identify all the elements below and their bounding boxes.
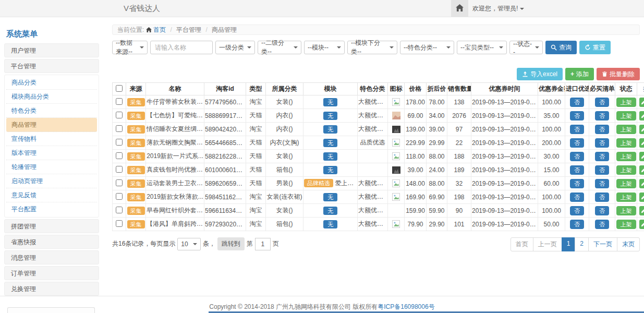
- status-toggle[interactable]: 上架: [616, 165, 636, 175]
- import-select-toggle[interactable]: 否: [570, 179, 584, 188]
- must-buy-toggle[interactable]: 否: [595, 111, 609, 121]
- module-select[interactable]: --模块--: [304, 41, 345, 54]
- row-checkbox[interactable]: [116, 207, 123, 213]
- page-button-下一页[interactable]: 下一页: [588, 237, 617, 251]
- table-row: 采集2019新款女秋薄款...598451162391淘宝女装(连衣裙)无大额优…: [113, 190, 644, 204]
- import-select-toggle[interactable]: 否: [570, 98, 584, 107]
- sidebar-item-模块商品分类[interactable]: 模块商品分类: [6, 90, 97, 104]
- sidebar-item-省惠快报[interactable]: 省惠快报: [4, 235, 99, 249]
- sidebar-item-拼团管理[interactable]: 拼团管理: [4, 219, 99, 233]
- must-buy-toggle[interactable]: 否: [595, 220, 609, 229]
- status-select[interactable]: --状态--: [509, 41, 543, 54]
- select-all-checkbox[interactable]: [116, 85, 123, 92]
- sidebar-item-宣传物料[interactable]: 宣传物料: [6, 132, 97, 146]
- import-excel-button[interactable]: 导入excel: [517, 68, 563, 80]
- product-type: 天猫: [246, 109, 266, 123]
- row-checkbox[interactable]: [116, 152, 123, 159]
- must-buy-toggle[interactable]: 否: [595, 152, 609, 161]
- edit-button[interactable]: [639, 111, 644, 121]
- sidebar-item-商品分类[interactable]: 商品分类: [6, 76, 97, 90]
- edit-button[interactable]: [639, 125, 644, 134]
- product-category: 女装(): [266, 95, 303, 109]
- status-toggle[interactable]: 上架: [616, 152, 636, 161]
- must-buy-toggle[interactable]: 否: [595, 98, 609, 107]
- import-select-toggle[interactable]: 否: [570, 192, 584, 202]
- data-source-select[interactable]: --数据来源--: [112, 41, 148, 54]
- module-subcategory-select[interactable]: --模块下分类--: [347, 41, 397, 54]
- status-toggle[interactable]: 上架: [616, 192, 636, 202]
- edit-button[interactable]: [639, 98, 644, 107]
- level1-category-select[interactable]: 一级分类: [215, 41, 255, 54]
- must-buy-toggle[interactable]: 否: [595, 179, 609, 188]
- status-toggle[interactable]: 上架: [616, 179, 636, 188]
- must-buy-toggle[interactable]: 否: [595, 125, 609, 134]
- sidebar-item-订单管理[interactable]: 订单管理: [4, 266, 99, 280]
- row-checkbox[interactable]: [116, 166, 123, 173]
- page-button-末页[interactable]: 末页: [617, 237, 640, 251]
- row-checkbox[interactable]: [116, 112, 123, 118]
- sidebar-item-商品管理[interactable]: 商品管理: [6, 118, 97, 132]
- edit-button[interactable]: [639, 179, 644, 188]
- must-buy-toggle[interactable]: 否: [595, 192, 609, 202]
- status-toggle[interactable]: 上架: [616, 220, 636, 229]
- status-toggle[interactable]: 上架: [616, 206, 636, 215]
- column-header-来源: 来源: [126, 83, 146, 95]
- icp-link[interactable]: 粤ICP备16098006号: [378, 303, 434, 310]
- per-page-select[interactable]: 10: [177, 238, 200, 250]
- sidebar-item-平台配置[interactable]: 平台配置: [6, 202, 97, 216]
- sidebar-item-意见反馈[interactable]: 意见反馈: [6, 188, 97, 202]
- status-toggle[interactable]: 上架: [616, 111, 636, 121]
- row-checkbox[interactable]: [116, 179, 123, 186]
- row-checkbox[interactable]: [116, 139, 123, 146]
- edit-button[interactable]: [639, 138, 644, 148]
- sidebar-item-启动页管理[interactable]: 启动页管理: [6, 174, 97, 188]
- add-button[interactable]: + 添加: [565, 68, 594, 80]
- breadcrumb-home-link[interactable]: 首页: [146, 26, 168, 33]
- level2-category-select[interactable]: --二级分类--: [258, 41, 301, 54]
- sidebar-item-平台管理[interactable]: 平台管理: [4, 59, 99, 73]
- row-checkbox[interactable]: [116, 125, 123, 132]
- reset-button[interactable]: 重置: [579, 41, 611, 54]
- must-buy-toggle[interactable]: 否: [595, 165, 609, 175]
- page-button-1[interactable]: 1: [562, 237, 576, 251]
- import-select-toggle[interactable]: 否: [570, 111, 584, 121]
- edit-button[interactable]: [639, 165, 644, 175]
- row-checkbox[interactable]: [116, 98, 123, 105]
- sidebar-item-特色分类[interactable]: 特色分类: [6, 104, 97, 118]
- taoke-id: 589042420344: [204, 123, 246, 136]
- import-select-toggle[interactable]: 否: [570, 125, 584, 134]
- import-select-toggle[interactable]: 否: [570, 206, 584, 215]
- name-search-input[interactable]: [150, 41, 213, 54]
- status-toggle[interactable]: 上架: [616, 138, 636, 148]
- edit-button[interactable]: [639, 206, 644, 215]
- import-select-toggle[interactable]: 否: [570, 138, 584, 148]
- import-select-toggle[interactable]: 否: [570, 152, 584, 161]
- sidebar-item-版本管理[interactable]: 版本管理: [6, 146, 97, 160]
- sidebar-item-轮播管理[interactable]: 轮播管理: [6, 160, 97, 174]
- edit-button[interactable]: [639, 192, 644, 202]
- page-button-首页[interactable]: 首页: [511, 237, 533, 251]
- must-buy-toggle[interactable]: 否: [595, 206, 609, 215]
- status-toggle[interactable]: 上架: [616, 98, 636, 107]
- sidebar-item-兑换管理[interactable]: 兑换管理: [4, 282, 99, 296]
- search-button[interactable]: 查询: [545, 41, 577, 54]
- feature-category-select[interactable]: --特色分类--: [400, 41, 454, 54]
- row-checkbox[interactable]: [116, 193, 123, 200]
- row-checkbox[interactable]: [116, 220, 123, 227]
- item-type-select[interactable]: --宝贝类型--: [457, 41, 507, 54]
- import-select-toggle[interactable]: 否: [570, 220, 584, 229]
- edit-button[interactable]: [639, 220, 644, 229]
- jump-to-button[interactable]: 跳转到: [217, 237, 245, 250]
- edit-button[interactable]: [639, 152, 644, 161]
- page-button-2[interactable]: 2: [575, 237, 589, 251]
- status-toggle[interactable]: 上架: [616, 125, 636, 134]
- batch-delete-button[interactable]: 批量删除: [597, 68, 640, 80]
- page-number-input[interactable]: [255, 238, 271, 250]
- home-shortcut-button[interactable]: [451, 0, 468, 17]
- page-button-上一页[interactable]: 上一页: [533, 237, 562, 251]
- sidebar-item-用户管理[interactable]: 用户管理: [4, 43, 99, 57]
- import-select-toggle[interactable]: 否: [570, 165, 584, 175]
- must-buy-toggle[interactable]: 否: [595, 138, 609, 148]
- user-menu[interactable]: 欢迎您，管理员!: [472, 0, 524, 17]
- sidebar-item-消息管理[interactable]: 消息管理: [4, 250, 99, 264]
